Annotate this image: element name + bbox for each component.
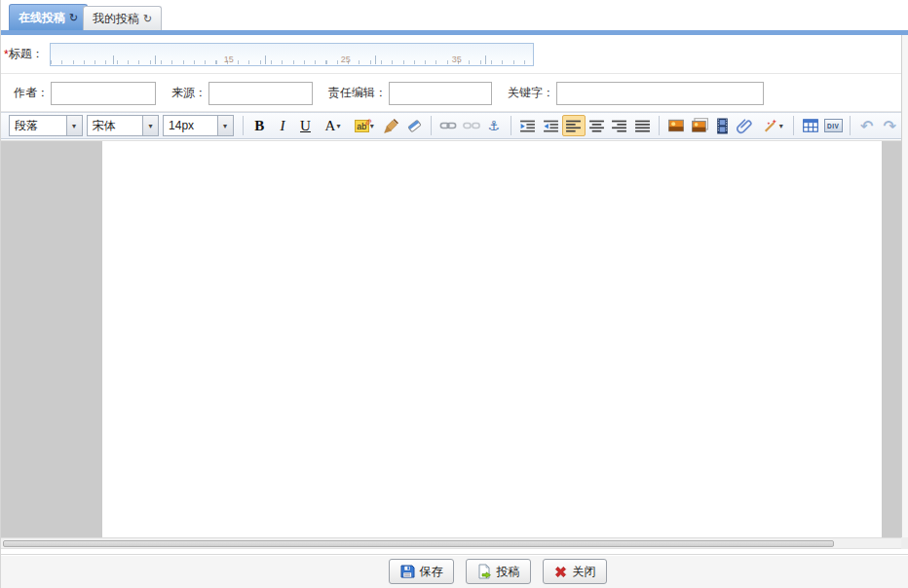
save-disk-icon — [399, 564, 415, 579]
table-icon — [802, 117, 819, 134]
insert-div-button[interactable]: DIV — [821, 115, 845, 136]
toolbar-separator — [659, 116, 660, 135]
keywords-label: 关键字： — [508, 85, 554, 101]
unlink-icon — [463, 117, 480, 134]
vertical-scrollbar[interactable] — [901, 35, 908, 537]
framed-image-icon — [691, 117, 708, 134]
chevron-down-icon[interactable]: ▾ — [217, 116, 233, 135]
toolbar-separator — [511, 116, 511, 135]
toolbar-separator — [793, 116, 794, 135]
save-button[interactable]: 保存 — [389, 559, 454, 584]
undo-button[interactable]: ↶ — [855, 115, 879, 136]
link-icon — [439, 117, 457, 134]
insert-table-button[interactable] — [799, 115, 822, 136]
tab-my-submissions-label: 我的投稿 — [93, 11, 139, 27]
insert-framed-image-button[interactable] — [688, 115, 711, 136]
author-input[interactable] — [51, 82, 156, 105]
highlight-color-button[interactable]: ab✎ ▾ — [349, 115, 380, 136]
pencil-icon: ✎ — [362, 118, 374, 126]
eraser-icon — [406, 118, 423, 134]
keywords-input[interactable] — [556, 82, 764, 105]
underline-icon: U — [300, 118, 311, 134]
paragraph-dropdown[interactable]: 段落 ▾ — [9, 115, 83, 136]
attach-file-button[interactable] — [734, 115, 757, 136]
close-button-label: 关闭 — [573, 564, 596, 580]
editor-toolbar: 段落 ▾ 宋体 ▾ 14px ▾ B I U A ▾ ab✎ ▾ — [1, 112, 901, 139]
underline-button[interactable]: U — [294, 115, 318, 136]
anchor-button[interactable]: ⚓ — [482, 115, 506, 136]
chevron-down-icon: ▾ — [336, 122, 340, 130]
italic-icon: I — [280, 118, 284, 134]
tab-my-submissions[interactable]: 我的投稿 ↻ — [83, 6, 162, 30]
align-justify-button[interactable] — [631, 115, 655, 136]
redo-icon: ↷ — [884, 117, 896, 135]
submit-doc-icon — [476, 564, 492, 579]
title-ruler-field: 15 25 35 — [50, 43, 534, 66]
outdent-icon — [543, 118, 559, 134]
align-center-icon — [588, 118, 605, 134]
duty-editor-input[interactable] — [389, 82, 492, 105]
tab-online-submission-label: 在线投稿 — [19, 10, 65, 26]
magic-wand-icon — [762, 118, 778, 134]
align-right-button[interactable] — [608, 115, 631, 136]
font-size-dropdown[interactable]: 14px ▾ — [163, 115, 234, 136]
film-icon — [714, 118, 731, 134]
submission-window: 在线投稿 ↻ 我的投稿 ↻ * 标题： 15 25 35 作者： 来源： 责任编… — [0, 0, 908, 588]
tab-bar: 在线投稿 ↻ 我的投稿 ↻ — [1, 0, 908, 30]
chevron-down-icon[interactable]: ▾ — [66, 116, 82, 135]
footer-bar: 保存 投稿 关闭 — [1, 554, 908, 588]
highlight-icon: ab✎ — [355, 120, 369, 132]
bold-button[interactable]: B — [248, 115, 272, 136]
submit-button-label: 投稿 — [497, 564, 520, 580]
brush-icon — [383, 118, 399, 134]
bold-icon: B — [254, 118, 264, 134]
paperclip-icon — [737, 117, 754, 134]
horizontal-scrollbar[interactable] — [1, 537, 902, 549]
author-label: 作者： — [14, 85, 49, 101]
chevron-down-icon: ▾ — [779, 122, 783, 130]
tab-online-submission[interactable]: 在线投稿 ↻ — [9, 4, 88, 30]
title-input[interactable] — [51, 44, 533, 65]
align-left-icon — [565, 118, 582, 134]
close-button[interactable]: 关闭 — [543, 559, 607, 584]
chevron-down-icon[interactable]: ▾ — [142, 116, 158, 135]
italic-button[interactable]: I — [271, 115, 294, 136]
save-button-label: 保存 — [420, 564, 443, 580]
indent-icon — [519, 118, 536, 134]
font-family-dropdown[interactable]: 宋体 ▾ — [87, 115, 160, 136]
indent-button[interactable] — [516, 115, 540, 136]
anchor-icon: ⚓ — [488, 118, 501, 133]
source-label: 来源： — [171, 85, 207, 101]
font-color-button[interactable]: A ▾ — [317, 115, 348, 136]
magic-tools-button[interactable]: ▾ — [756, 115, 787, 136]
align-left-button[interactable] — [562, 115, 586, 136]
align-center-button[interactable] — [586, 115, 609, 136]
font-family-value: 宋体 — [88, 118, 143, 134]
insert-link-button[interactable] — [436, 115, 460, 136]
toolbar-separator — [243, 116, 244, 135]
format-painter-button[interactable] — [380, 115, 403, 136]
div-icon: DIV — [824, 119, 843, 132]
insert-media-button[interactable] — [710, 115, 734, 136]
refresh-icon[interactable]: ↻ — [69, 12, 78, 24]
font-color-icon: A — [325, 118, 336, 134]
submit-button[interactable]: 投稿 — [466, 559, 531, 584]
editor-body — [1, 140, 901, 537]
paragraph-value: 段落 — [10, 118, 66, 134]
eraser-button[interactable] — [403, 115, 427, 136]
horizontal-scrollbar-thumb[interactable] — [3, 540, 834, 547]
refresh-icon[interactable]: ↻ — [143, 13, 152, 25]
undo-icon: ↶ — [860, 117, 873, 135]
font-size-value: 14px — [164, 119, 217, 132]
align-justify-icon — [634, 118, 651, 134]
insert-image-button[interactable] — [664, 115, 688, 136]
outdent-button[interactable] — [539, 115, 562, 136]
align-right-icon — [611, 118, 627, 134]
image-icon — [667, 117, 685, 134]
remove-link-button[interactable] — [460, 115, 483, 136]
redo-button[interactable]: ↷ — [878, 115, 901, 136]
editor-page[interactable] — [102, 141, 882, 537]
meta-row: 作者： 来源： 责任编辑： 关键字： — [1, 75, 901, 112]
source-input[interactable] — [208, 82, 313, 105]
title-label: 标题： — [9, 46, 44, 62]
